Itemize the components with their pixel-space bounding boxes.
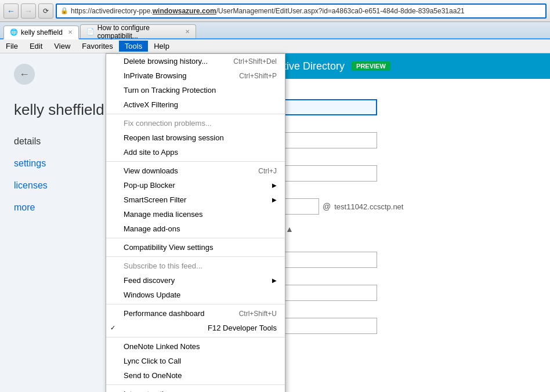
menu-internet-options[interactable]: Internet options <box>106 387 285 392</box>
forward-button[interactable]: → <box>21 3 36 19</box>
lock-icon: 🔒 <box>60 7 68 14</box>
browser-chrome: ← → ⟳ 🔒 https://activedirectory-ppe.wind… <box>0 0 550 53</box>
menu-perf-dashboard[interactable]: Performance dashboard Ctrl+Shift+U <box>106 306 285 321</box>
menu-edit[interactable]: Edit <box>24 41 48 52</box>
tab-favicon: 🌐 <box>10 28 18 36</box>
separator-6 <box>106 337 285 337</box>
separator-2 <box>106 161 285 162</box>
menu-subscribe: Subscribe to this feed... <box>106 259 285 273</box>
smartscreen-arrow: ▶ <box>272 197 277 203</box>
tabs-bar: 🌐 kelly sheffield ✕ 📄 How to configure c… <box>0 22 550 39</box>
menu-file[interactable]: File <box>0 41 24 52</box>
menu-bar: File Edit View Favorites Tools Help Dele… <box>0 39 550 53</box>
address-bar[interactable]: 🔒 https://activedirectory-ppe.windowsazu… <box>56 3 547 19</box>
menu-fix-connection: Fix connection problems... <box>106 116 285 130</box>
menu-favorites[interactable]: Favorites <box>76 41 118 52</box>
menu-send-onenote[interactable]: Send to OneNote <box>106 368 285 383</box>
menu-windows-update[interactable]: Windows Update <box>106 288 285 302</box>
sidebar-back-button[interactable]: ← <box>14 64 35 85</box>
menu-activex[interactable]: ActiveX Filtering <box>106 97 285 112</box>
menu-add-site[interactable]: Add site to Apps <box>106 145 285 159</box>
tab-2-favicon: 📄 <box>86 28 95 35</box>
popup-blocker-arrow: ▶ <box>272 182 277 188</box>
menu-smartscreen[interactable]: SmartScreen Filter ▶ <box>106 193 285 207</box>
separator-5 <box>106 304 285 304</box>
feed-discovery-arrow: ▶ <box>272 277 277 284</box>
url-text: https://activedirectory-ppe.windowsazure… <box>71 7 465 15</box>
menu-delete-history[interactable]: Delete browsing history... Ctrl+Shift+De… <box>106 54 285 68</box>
menu-tools[interactable]: Tools <box>119 41 148 52</box>
back-button[interactable]: ← <box>3 3 19 19</box>
refresh-button[interactable]: ⟳ <box>38 3 53 19</box>
menu-tracking[interactable]: Turn on Tracking Protection <box>106 83 285 97</box>
menu-popup-blocker[interactable]: Pop-up Blocker ▶ <box>106 178 285 193</box>
tab-2[interactable]: 📄 How to configure compatibilit... ✕ <box>80 24 196 38</box>
browser-toolbar: ← → ⟳ 🔒 https://activedirectory-ppe.wind… <box>0 0 550 22</box>
separator-7 <box>106 384 285 385</box>
separator-3 <box>106 238 285 238</box>
domain-text: test11042.ccsctp.net <box>334 202 403 211</box>
menu-manage-addons[interactable]: Manage add-ons <box>106 222 285 236</box>
menu-lync-click[interactable]: Lync Click to Call <box>106 354 285 368</box>
menu-inprivate[interactable]: InPrivate Browsing Ctrl+Shift+P <box>106 68 285 83</box>
preview-badge: PREVIEW <box>352 61 390 71</box>
menu-feed-discovery[interactable]: Feed discovery ▶ <box>106 273 285 288</box>
separator-4 <box>106 256 285 257</box>
separator-1 <box>106 114 285 114</box>
menu-f12-tools[interactable]: ✓ F12 Developer Tools <box>106 321 285 335</box>
menu-reopen[interactable]: Reopen last browsing session <box>106 130 285 145</box>
tab-1[interactable]: 🌐 kelly sheffield ✕ <box>3 26 79 39</box>
tab-2-label: How to configure compatibilit... <box>97 24 180 40</box>
menu-manage-media[interactable]: Manage media licenses <box>106 207 285 222</box>
menu-onenote-linked[interactable]: OneNote Linked Notes <box>106 339 285 354</box>
tab-1-label: kelly sheffield <box>21 28 63 37</box>
menu-view[interactable]: View <box>48 41 76 52</box>
tab-2-close[interactable]: ✕ <box>185 28 190 35</box>
f12-check: ✓ <box>108 324 117 332</box>
at-symbol: @ <box>323 202 331 211</box>
tab-1-close[interactable]: ✕ <box>68 29 73 35</box>
menu-view-downloads[interactable]: View downloads Ctrl+J <box>106 164 285 178</box>
menu-help[interactable]: Help <box>148 41 175 52</box>
menu-compat-view[interactable]: Compatibility View settings <box>106 240 285 255</box>
tools-dropdown: Delete browsing history... Ctrl+Shift+De… <box>106 53 285 392</box>
additional-details-chevron[interactable]: ▲ <box>285 224 294 234</box>
